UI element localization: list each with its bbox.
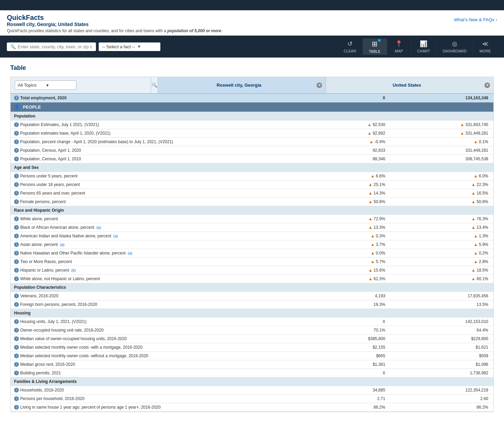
info-icon: i — [14, 294, 19, 298]
info-icon: i — [14, 336, 19, 341]
location-col-2: United States ✕ — [326, 77, 493, 93]
table-row: iPersons 65 years and over, percent ▲ 14… — [11, 189, 493, 198]
highlight-val-2: 134,163,349 — [390, 94, 493, 102]
table-header: All Topics ▼ 🔍 Roswell city, Georgia ✕ U… — [11, 77, 493, 94]
main-table: All Topics ▼ 🔍 Roswell city, Georgia ✕ U… — [10, 77, 494, 412]
table-row: iMedian selected monthly owner costs -wi… — [11, 352, 493, 360]
category-housing: Housing — [11, 309, 493, 318]
remove-location-2[interactable]: ✕ — [484, 83, 490, 88]
table-button[interactable]: ⊞ TABLE — [363, 38, 387, 55]
table-row: iMedian selected monthly owner costs -wi… — [11, 343, 493, 352]
top-bar — [0, 0, 504, 10]
table-row: iForeign born persons, percent, 2016-202… — [11, 300, 493, 309]
category-age-sex: Age and Sex — [11, 163, 493, 172]
select-fact-dropdown[interactable]: -- Select a fact -- ▼ — [99, 42, 160, 51]
highlight-label: i Total employment, 2020 — [11, 94, 287, 102]
dashboard-button[interactable]: ◎ DASHBOARD — [437, 38, 473, 55]
table-row: iLiving in same house 1 year ago, percen… — [11, 403, 493, 412]
search-input[interactable] — [18, 44, 93, 49]
remove-location-1[interactable]: ✕ — [317, 83, 322, 88]
toolbar: 🔍 -- Select a fact -- ▼ ↺ CLEAR ⊞ TABLE … — [0, 36, 504, 58]
table-row: iAmerican Indian and Alaska Native alone… — [11, 232, 493, 240]
clear-icon: ↺ — [347, 40, 353, 48]
table-row: iWhite alone, percent ▲ 72.9% ▲ 76.3% — [11, 215, 493, 223]
table-row: iPersons under 5 years, percent ▲ 6.6% ▲… — [11, 172, 493, 181]
chart-icon: 📊 — [420, 40, 427, 48]
info-icon: i — [14, 216, 19, 221]
info-icon: i — [14, 199, 19, 204]
info-icon: i — [14, 388, 19, 393]
topic-selector[interactable]: All Topics ▼ — [15, 80, 76, 90]
table-row: iMedian gross rent, 2016-2020 $1,361 $1,… — [11, 360, 493, 369]
info-icon: i — [14, 371, 19, 375]
clear-button[interactable]: ↺ CLEAR — [337, 38, 363, 55]
chart-button[interactable]: 📊 CHART — [411, 38, 437, 55]
table-active-dot — [378, 39, 381, 42]
info-icon: i — [14, 131, 19, 136]
table-row: iNative Hawaiian and Other Pacific Islan… — [11, 249, 493, 258]
search-icon: 🔍 — [10, 44, 16, 49]
info-icon: i — [14, 182, 19, 187]
whats-new-link[interactable]: What's New & FAQs › — [454, 14, 497, 22]
info-icon: i — [14, 268, 19, 273]
search-box[interactable]: 🔍 — [7, 42, 96, 51]
info-icon: i — [14, 174, 19, 178]
info-icon: i — [14, 148, 19, 153]
category-race: Race and Hispanic Origin — [11, 206, 493, 215]
highlight-val-1: X — [287, 94, 391, 102]
page-content: Table All Topics ▼ 🔍 Roswell city, Georg… — [0, 58, 504, 419]
table-row: iPopulation, percent change - April 1, 2… — [11, 138, 493, 146]
category-families: Families & Living Arrangements — [11, 377, 493, 386]
info-icon: i — [14, 276, 19, 281]
table-row: iAsian alone, percent (a) ▲ 3.7% ▲ 5.9% — [11, 240, 493, 249]
select-fact-arrow: ▼ — [137, 44, 141, 49]
table-search-icon[interactable]: 🔍 — [152, 83, 157, 88]
table-row: iVeterans, 2016-2020 4,193 17,835,456 — [11, 292, 493, 300]
app-subtitle: Roswell city, Georgia; United States — [7, 22, 222, 27]
category-pop-char: Population Characteristics — [11, 283, 493, 292]
topic-selector-arrow: ▼ — [46, 83, 73, 87]
data-table: i Total employment, 2020 X 134,163,349 👤 — [11, 94, 493, 412]
info-icon: i — [14, 328, 19, 333]
info-icon: i — [14, 362, 19, 367]
table-row: iTwo or More Races, percent ▲ 5.7% ▲ 2.8… — [11, 258, 493, 266]
table-row: iPopulation estimates base, April 1, 202… — [11, 129, 493, 138]
info-icon: i — [14, 353, 19, 358]
table-row: iPopulation Estimates, July 1 2021, (V20… — [11, 121, 493, 129]
toolbar-actions: ↺ CLEAR ⊞ TABLE 📍 MAP 📊 CHART ◎ DASHBOAR… — [337, 38, 497, 55]
category-population: Population — [11, 112, 493, 121]
more-icon: ≪ — [482, 40, 489, 48]
map-button[interactable]: 📍 MAP — [387, 38, 411, 55]
info-icon: i — [14, 122, 19, 127]
table-row: iFemale persons, percent ▲ 50.8% ▲ 50.8% — [11, 198, 493, 206]
table-icon: ⊞ — [372, 40, 378, 48]
map-icon: 📍 — [395, 40, 403, 48]
info-icon: i — [14, 405, 19, 410]
info-icon: i — [14, 157, 19, 161]
table-row: iWhite alone, not Hispanic or Latino, pe… — [11, 275, 493, 283]
table-row: iHispanic or Latino, percent (b) ▲ 15.6%… — [11, 266, 493, 275]
info-icon: i — [14, 96, 19, 100]
table-row: iOwner-occupied housing unit rate, 2016-… — [11, 326, 493, 335]
table-row: iBlack or African American alone, percen… — [11, 223, 493, 232]
more-button[interactable]: ≪ MORE — [473, 38, 497, 55]
table-row: iPopulation, Census, April 1, 2010 88,34… — [11, 155, 493, 163]
table-row: iBuilding permits, 2021 X 1,736,982 — [11, 369, 493, 377]
table-row: iMedian value of owner-occupied housing … — [11, 335, 493, 343]
people-label: 👤 PEOPLE — [11, 102, 493, 112]
section-title: Table — [10, 64, 494, 72]
info-icon: i — [14, 259, 19, 264]
dashboard-icon: ◎ — [452, 40, 457, 48]
table-row: iPersons under 18 years, percent ▲ 25.1%… — [11, 181, 493, 189]
info-icon: i — [14, 345, 19, 350]
info-icon: i — [14, 234, 19, 238]
table-row: iPopulation, Census, April 1, 2020 92,83… — [11, 146, 493, 155]
header: QuickFacts Roswell city, Georgia; United… — [0, 10, 504, 36]
highlight-row: i Total employment, 2020 X 134,163,349 — [11, 94, 493, 102]
table-row: iPersons per household, 2016-2020 2.71 2… — [11, 395, 493, 403]
info-icon: i — [14, 191, 19, 196]
info-icon: i — [14, 225, 19, 230]
app-description: QuickFacts provides statistics for all s… — [7, 28, 222, 33]
info-icon: i — [14, 139, 19, 144]
info-icon: i — [14, 396, 19, 401]
